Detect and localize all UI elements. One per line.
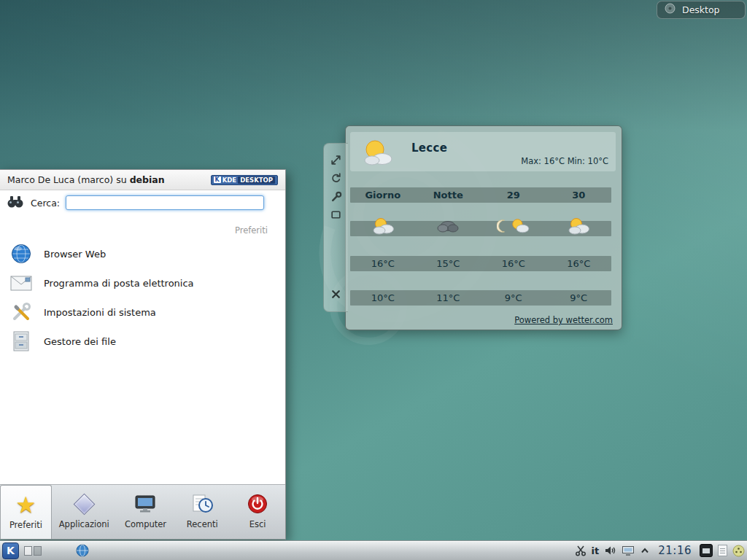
dark-cloud-icon <box>416 222 481 236</box>
weather-night-temps-row: 10°C 11°C 9°C 9°C <box>350 290 611 306</box>
configure-wrench-icon[interactable] <box>330 190 343 203</box>
tab-computer[interactable]: Computer <box>117 485 175 539</box>
list-item-label: Browser Web <box>44 249 106 260</box>
recent-clock-icon <box>190 490 214 518</box>
file-cabinet-icon <box>9 330 34 352</box>
digital-clock[interactable]: 21:16 <box>655 544 694 557</box>
applications-diamond-icon <box>77 490 92 518</box>
tab-label: Recenti <box>187 519 218 529</box>
folder-view-icon <box>665 3 676 17</box>
kickoff-tab-bar: ★ Preferiti Applicazioni Computer <box>0 484 285 539</box>
partly-sunny-icon <box>357 137 395 172</box>
kde-logo: K <box>214 176 221 183</box>
weather-columns-row: Giorno Notte 29 30 <box>350 187 611 203</box>
weather-max-min: Max: 16°C Min: 10°C <box>521 156 608 166</box>
tab-label: Computer <box>125 519 166 529</box>
desktop-root: Desktop Lecce Max: 16°C Min: 10°C Giorno… <box>0 0 747 560</box>
tab-esci[interactable]: Esci <box>230 485 285 539</box>
desktop-folder-widget[interactable]: Desktop <box>657 1 746 19</box>
weather-credit-link[interactable]: Powered by wetter.com <box>514 315 613 325</box>
night-temp: 10°C <box>350 292 416 303</box>
clipboard-icon[interactable] <box>718 545 727 556</box>
rotate-icon[interactable] <box>330 172 343 185</box>
day-temp: 16°C <box>350 258 416 269</box>
list-item-label: Impostazioni di sistema <box>44 307 156 318</box>
weather-header: Lecce Max: 16°C Min: 10°C <box>350 132 616 171</box>
pager-desktop-1[interactable] <box>24 546 32 556</box>
night-temp: 9°C <box>481 292 546 303</box>
night-temp: 9°C <box>546 292 612 303</box>
tab-label: Esci <box>249 519 266 529</box>
device-notifier-icon[interactable] <box>622 545 635 556</box>
list-item-browser-web[interactable]: Browser Web <box>0 239 285 268</box>
day-temp: 16°C <box>546 258 612 269</box>
list-item-system-settings[interactable]: Impostazioni di sistema <box>0 298 285 327</box>
weather-day-temps-row: 16°C 15°C 16°C 16°C <box>350 256 611 271</box>
volume-icon[interactable] <box>604 545 616 556</box>
kickoff-header: Marco De Luca (marco) su debian K KDE DE… <box>0 170 285 190</box>
weather-col-header: 29 <box>481 190 546 201</box>
tab-preferiti[interactable]: ★ Preferiti <box>0 485 52 539</box>
weather-col-header: Notte <box>416 190 481 201</box>
computer-monitor-icon <box>133 490 157 518</box>
folder-widget-label: Desktop <box>682 4 720 15</box>
weather-city: Lecce <box>411 141 447 155</box>
badge-desktop-text: DESKTOP <box>238 176 275 184</box>
tab-applicazioni[interactable]: Applicazioni <box>52 485 117 539</box>
section-label-preferiti: Preferiti <box>235 225 268 236</box>
list-item-mail[interactable]: Programma di posta elettronica <box>0 268 285 298</box>
weather-icons-row <box>350 221 611 236</box>
list-item-label: Programma di posta elettronica <box>44 278 194 289</box>
star-icon: ★ <box>16 491 36 518</box>
tab-label: Applicazioni <box>59 519 109 529</box>
panel-cashew-icon[interactable] <box>732 545 745 557</box>
pager-desktop-2[interactable] <box>34 546 42 556</box>
crossed-tools-icon <box>9 301 34 323</box>
weather-col-header: Giorno <box>350 190 416 201</box>
partly-sunny-icon <box>546 222 612 236</box>
search-input[interactable] <box>66 195 264 210</box>
klipper-scissors-icon[interactable] <box>575 545 587 556</box>
kde-desktop-badge: K KDE DESKTOP <box>211 175 278 185</box>
user-name: Marco De Luca (marco) su <box>7 174 130 185</box>
hostname: debian <box>130 174 165 185</box>
resize-icon[interactable] <box>330 154 343 167</box>
search-label: Cerca: <box>31 198 60 209</box>
power-icon <box>247 490 268 518</box>
day-temp: 15°C <box>416 258 481 269</box>
user-host-text: Marco De Luca (marco) su debian <box>7 174 165 185</box>
applet-handle[interactable] <box>323 143 348 312</box>
screen-icon[interactable] <box>330 209 343 222</box>
list-item-label: Gestore dei file <box>44 336 116 347</box>
tab-label: Preferiti <box>9 520 42 530</box>
list-item-file-manager[interactable]: Gestore dei file <box>0 327 285 356</box>
web-browser-globe-icon <box>9 243 34 265</box>
badge-kde-text: KDE <box>222 176 236 184</box>
weather-col-header: 30 <box>546 190 612 201</box>
tray-terminal-icon[interactable] <box>700 544 713 557</box>
globe-task-icon[interactable] <box>76 544 89 557</box>
expand-tray-caret-icon[interactable] <box>640 546 650 555</box>
tab-recenti[interactable]: Recenti <box>174 485 230 539</box>
kickoff-launcher: Marco De Luca (marco) su debian K KDE DE… <box>0 169 286 540</box>
favorites-list: Browser Web Programma di posta elettroni… <box>0 239 285 356</box>
close-icon[interactable] <box>330 288 343 301</box>
weather-widget: Lecce Max: 16°C Min: 10°C Giorno Notte 2… <box>345 125 622 330</box>
keyboard-layout-indicator[interactable]: it <box>592 545 600 556</box>
pager[interactable] <box>24 546 42 556</box>
kmenu-launcher-button[interactable]: K <box>2 542 19 559</box>
mail-envelope-icon <box>9 273 34 292</box>
search-row: Cerca: <box>0 192 285 214</box>
day-temp: 16°C <box>481 258 546 269</box>
partly-sunny-icon <box>350 222 416 236</box>
taskbar-panel: K it <box>0 540 747 560</box>
night-temp: 11°C <box>416 292 481 303</box>
moon-and-partly-sunny-icon <box>481 223 546 235</box>
search-binoculars-icon <box>6 194 25 211</box>
